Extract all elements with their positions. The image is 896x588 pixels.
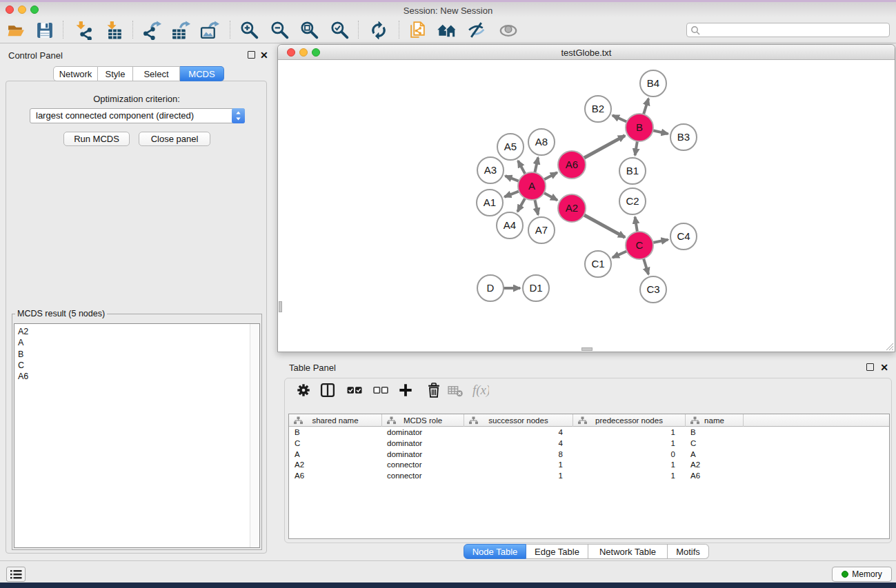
- show-all-icon[interactable]: [437, 20, 457, 41]
- delete-column-icon[interactable]: [425, 381, 443, 399]
- zoom-fit-icon[interactable]: [299, 20, 320, 41]
- graph-edge-A-A2[interactable]: [544, 193, 558, 201]
- add-column-icon[interactable]: [397, 381, 415, 399]
- table-cell[interactable]: 4: [464, 438, 573, 449]
- tab-edge-table[interactable]: Edge Table: [526, 544, 588, 559]
- close-panel-button[interactable]: Close panel: [139, 132, 210, 146]
- graph-edge-B-B4[interactable]: [644, 99, 648, 114]
- export-image-icon[interactable]: [199, 20, 220, 41]
- table-cell[interactable]: 4: [464, 427, 573, 438]
- column-header-shared-name[interactable]: shared name: [289, 414, 382, 427]
- select-all-checks-icon[interactable]: [346, 381, 364, 399]
- graph-edge-A-A5[interactable]: [518, 161, 525, 174]
- table-cell[interactable]: C: [289, 438, 382, 449]
- float-panel-icon[interactable]: [248, 51, 255, 59]
- function-builder-disabled-icon[interactable]: f(x): [471, 381, 489, 399]
- tab-mcds[interactable]: MCDS: [180, 66, 224, 81]
- zoom-selected-icon[interactable]: [330, 20, 350, 41]
- table-cell[interactable]: 1: [464, 460, 573, 471]
- table-row[interactable]: Bdominator41B: [289, 427, 889, 438]
- graph-edge-C-C4[interactable]: [653, 240, 668, 243]
- export-table-icon[interactable]: [170, 20, 191, 41]
- settings-gear-icon[interactable]: [295, 381, 312, 399]
- table-cell[interactable]: A6: [289, 471, 382, 482]
- column-header-predecessor-nodes[interactable]: predecessor nodes: [573, 414, 686, 427]
- mcds-result-list[interactable]: A2ABCA6: [14, 323, 260, 548]
- zoom-out-icon[interactable]: [270, 20, 290, 41]
- table-cell[interactable]: 1: [464, 471, 573, 482]
- table-cell[interactable]: B: [289, 427, 382, 438]
- graph-edge-A-A6[interactable]: [544, 172, 557, 179]
- mcds-result-item[interactable]: A6: [14, 371, 259, 382]
- graph-edge-B-B3[interactable]: [653, 130, 668, 134]
- table-cell[interactable]: 0: [573, 449, 686, 460]
- graph-edge-C-C3[interactable]: [644, 258, 648, 274]
- table-row[interactable]: Adominator80A: [289, 449, 889, 460]
- network-vertical-scrollbar[interactable]: [279, 301, 282, 312]
- hide-selected-icon[interactable]: [466, 20, 487, 41]
- open-file-icon[interactable]: [6, 20, 27, 41]
- tab-node-table[interactable]: Node Table: [464, 544, 526, 559]
- table-cell[interactable]: C: [686, 438, 744, 449]
- import-table-icon[interactable]: [105, 20, 126, 41]
- table-row[interactable]: A6connector11A6: [289, 471, 889, 482]
- export-network-icon[interactable]: [141, 20, 162, 41]
- table-float-panel-icon[interactable]: [866, 363, 874, 371]
- table-cell[interactable]: dominator: [382, 449, 464, 460]
- close-panel-icon[interactable]: ✕: [260, 51, 268, 59]
- task-history-button[interactable]: [6, 567, 26, 582]
- table-cell[interactable]: A: [686, 449, 744, 460]
- mcds-result-item[interactable]: B: [14, 349, 259, 360]
- table-close-panel-icon[interactable]: ✕: [880, 363, 888, 372]
- table-cell[interactable]: 1: [573, 460, 686, 471]
- table-cell[interactable]: dominator: [382, 427, 464, 438]
- mcds-result-item[interactable]: A2: [14, 326, 259, 337]
- table-cell[interactable]: A6: [686, 471, 744, 482]
- graph-edge-C-C2[interactable]: [635, 217, 637, 232]
- tab-network[interactable]: Network: [53, 66, 98, 81]
- columns-icon[interactable]: [319, 381, 337, 399]
- save-session-icon[interactable]: [34, 20, 55, 41]
- graph-edge-A2-C[interactable]: [584, 215, 626, 238]
- table-cell[interactable]: 8: [464, 449, 573, 460]
- deselect-all-checks-icon[interactable]: [372, 381, 390, 399]
- column-header-MCDS-role[interactable]: MCDS role: [382, 414, 464, 427]
- column-header-name[interactable]: name: [686, 414, 744, 427]
- graph-edge-A-A8[interactable]: [535, 158, 538, 173]
- delete-table-disabled-icon[interactable]: [446, 381, 464, 399]
- zoom-in-icon[interactable]: [239, 20, 260, 41]
- tab-style[interactable]: Style: [98, 66, 133, 81]
- network-window-titlebar[interactable]: testGlobe.txt: [278, 45, 895, 60]
- graph-edge-B-B1[interactable]: [635, 141, 637, 156]
- table-cell[interactable]: connector: [382, 471, 464, 482]
- graph-edge-A-A7[interactable]: [535, 200, 538, 215]
- table-cell[interactable]: dominator: [382, 438, 464, 449]
- graph-edge-B-B2[interactable]: [613, 115, 627, 121]
- tab-network-table[interactable]: Network Table: [588, 544, 668, 559]
- run-mcds-button[interactable]: Run MCDS: [63, 132, 130, 146]
- mcds-result-item[interactable]: A: [14, 337, 259, 348]
- resize-grip-icon[interactable]: [885, 342, 894, 351]
- table-cell[interactable]: A: [289, 449, 382, 460]
- table-cell[interactable]: connector: [382, 460, 464, 471]
- table-row[interactable]: A2connector11A2: [289, 460, 889, 471]
- graph-edge-A6-B[interactable]: [584, 136, 626, 159]
- duplicate-network-icon[interactable]: [408, 20, 428, 41]
- tab-select[interactable]: Select: [133, 66, 180, 81]
- table-row[interactable]: Cdominator41C: [289, 438, 889, 449]
- graph-edge-A-A1[interactable]: [504, 191, 519, 196]
- refresh-icon[interactable]: [368, 20, 389, 41]
- search-input[interactable]: [686, 23, 890, 37]
- mcds-result-item[interactable]: C: [14, 360, 259, 371]
- graph-edge-C-C1[interactable]: [613, 251, 627, 257]
- show-eye-disabled-icon[interactable]: [498, 20, 519, 41]
- table-cell[interactable]: A2: [289, 460, 382, 471]
- network-canvas[interactable]: B4B2BB3A5A8A6A3B1AA1A2C2A4A7C4CC1C3DD1: [278, 61, 895, 352]
- table-cell[interactable]: 1: [573, 438, 686, 449]
- table-cell[interactable]: 1: [573, 427, 686, 438]
- network-horizontal-scrollbar[interactable]: [581, 347, 593, 351]
- graph-edge-A-A4[interactable]: [517, 198, 525, 212]
- import-network-icon[interactable]: [74, 20, 94, 41]
- table-cell[interactable]: B: [686, 427, 744, 438]
- memory-button[interactable]: Memory: [832, 567, 892, 582]
